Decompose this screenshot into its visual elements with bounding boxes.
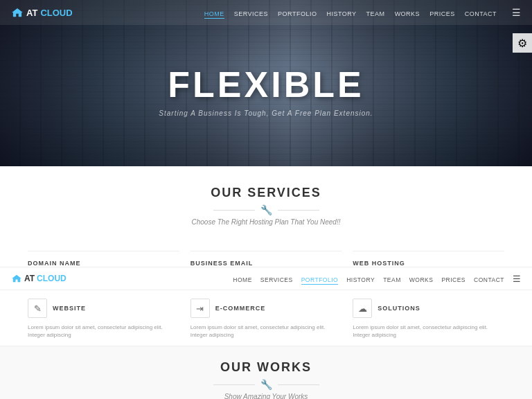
nav-links: HOME SERVICES PORTFOLIO HISTORY TEAM WOR… bbox=[204, 6, 521, 19]
service-domain: DOMAIN NAME bbox=[28, 251, 179, 267]
nav-history[interactable]: HISTORY bbox=[326, 6, 356, 19]
hamburger-icon[interactable]: ☰ bbox=[512, 7, 521, 18]
services-section: OUR SERVICES 🔧 Choose The Right Hosting … bbox=[0, 166, 532, 240]
service-divider-3 bbox=[353, 251, 504, 251]
services-title: OUR SERVICES bbox=[28, 186, 504, 200]
nav-works-link[interactable]: WORKS bbox=[395, 10, 420, 17]
main-content: OUR SERVICES 🔧 Choose The Right Hosting … bbox=[0, 166, 532, 399]
service-website-name: WEBSITE bbox=[53, 305, 86, 312]
service-hosting-name: WEB HOSTING bbox=[353, 260, 504, 267]
service-solutions-desc: Lorem ipsum dolor sit amet, consectetur … bbox=[353, 323, 504, 339]
service-website: ✎ WEBSITE Lorem ipsum dolor sit amet, co… bbox=[28, 299, 179, 339]
sticky-navbar: AT CLOUD HOME SERVICES PORTFOLIO HISTORY… bbox=[0, 267, 532, 290]
hero-navbar: AT CLOUD HOME SERVICES PORTFOLIO HISTORY… bbox=[0, 0, 532, 25]
nav-prices[interactable]: PRICES bbox=[429, 6, 455, 19]
service-solutions-icon-row: ☁ SOLUTIONS bbox=[353, 299, 504, 318]
service-solutions-icon: ☁ bbox=[353, 299, 372, 318]
services-divider: 🔧 bbox=[28, 204, 504, 215]
service-email: BUSINESS EMAIL bbox=[190, 251, 342, 267]
sticky-nav-contact[interactable]: CONTACT bbox=[474, 272, 504, 285]
svg-rect-0 bbox=[15, 10, 19, 12]
sticky-logo-at: AT bbox=[24, 274, 35, 283]
service-divider-1 bbox=[28, 251, 179, 251]
works-wrench-icon: 🔧 bbox=[260, 379, 272, 390]
nav-prices-link[interactable]: PRICES bbox=[429, 10, 455, 17]
divider-left bbox=[213, 210, 255, 211]
service-ecommerce-name: E-COMMERCE bbox=[215, 305, 266, 312]
sticky-works-link[interactable]: WORKS bbox=[409, 276, 434, 283]
services-grid-top: DOMAIN NAME BUSINESS EMAIL WEB HOSTING bbox=[0, 240, 532, 267]
divider-right bbox=[278, 210, 319, 211]
sticky-nav-services[interactable]: SERVICES bbox=[260, 272, 293, 285]
works-subtitle: Show Amazing Your Works bbox=[28, 393, 504, 399]
sticky-nav-prices[interactable]: PRICES bbox=[441, 272, 466, 285]
nav-team-link[interactable]: TEAM bbox=[366, 10, 385, 17]
service-ecommerce: ⇥ E-COMMERCE Lorem ipsum dolor sit amet,… bbox=[190, 299, 342, 339]
works-divider-left bbox=[213, 384, 255, 385]
nav-contact-link[interactable]: CONTACT bbox=[465, 10, 497, 17]
sticky-logo-icon bbox=[11, 274, 22, 283]
sticky-logo[interactable]: AT CLOUD bbox=[11, 274, 66, 283]
service-hosting: WEB HOSTING bbox=[353, 251, 504, 267]
sticky-contact-link[interactable]: CONTACT bbox=[474, 276, 504, 283]
sticky-nav-works[interactable]: WORKS bbox=[409, 272, 434, 285]
nav-portfolio-link[interactable]: PORTFOLIO bbox=[278, 10, 317, 17]
nav-works[interactable]: WORKS bbox=[395, 6, 420, 19]
logo-cloud-text: CLOUD bbox=[40, 8, 72, 18]
sticky-logo-cloud: CLOUD bbox=[37, 274, 66, 283]
works-title: OUR WORKS bbox=[28, 360, 504, 375]
hero-title: FLEXIBLE bbox=[168, 64, 364, 105]
nav-services[interactable]: SERVICES bbox=[234, 6, 268, 19]
sticky-services-link[interactable]: SERVICES bbox=[260, 276, 293, 283]
sticky-nav-team[interactable]: TEAM bbox=[383, 272, 401, 285]
sticky-nav-portfolio[interactable]: PORTFOLIO bbox=[301, 272, 338, 285]
works-divider: 🔧 bbox=[28, 379, 504, 390]
sticky-home-link[interactable]: HOME bbox=[233, 276, 252, 283]
service-ecommerce-icon: ⇥ bbox=[190, 299, 210, 318]
sticky-hamburger-icon[interactable]: ☰ bbox=[513, 274, 521, 284]
services-wrench-icon: 🔧 bbox=[260, 204, 272, 215]
sticky-portfolio-link[interactable]: PORTFOLIO bbox=[301, 276, 338, 285]
service-ecommerce-desc: Lorem ipsum dolor sit amet, consectetur … bbox=[190, 323, 342, 339]
sticky-nav-home[interactable]: HOME bbox=[233, 272, 252, 285]
works-section: OUR WORKS 🔧 Show Amazing Your Works bbox=[0, 346, 532, 399]
service-email-name: BUSINESS EMAIL bbox=[190, 260, 342, 267]
hero-section: AT CLOUD HOME SERVICES PORTFOLIO HISTORY… bbox=[0, 0, 532, 166]
service-solutions: ☁ SOLUTIONS Lorem ipsum dolor sit amet, … bbox=[353, 299, 504, 339]
hero-subtitle: Starting A Business Is Tough, Get A Free… bbox=[159, 109, 373, 117]
sticky-team-link[interactable]: TEAM bbox=[383, 276, 401, 283]
service-ecommerce-icon-row: ⇥ E-COMMERCE bbox=[190, 299, 342, 318]
service-website-icon: ✎ bbox=[28, 299, 47, 318]
nav-home[interactable]: HOME bbox=[204, 6, 224, 19]
logo-at-text: AT bbox=[26, 8, 37, 18]
service-domain-name: DOMAIN NAME bbox=[28, 260, 179, 267]
nav-portfolio[interactable]: PORTFOLIO bbox=[278, 6, 317, 19]
services-subtitle: Choose The Right Hosting Plan That You N… bbox=[28, 218, 504, 226]
sticky-nav-links: HOME SERVICES PORTFOLIO HISTORY TEAM WOR… bbox=[233, 272, 521, 285]
nav-contact[interactable]: CONTACT bbox=[465, 6, 497, 19]
sticky-prices-link[interactable]: PRICES bbox=[441, 276, 466, 283]
settings-button[interactable]: ⚙ bbox=[513, 33, 532, 53]
nav-services-link[interactable]: SERVICES bbox=[234, 10, 268, 17]
nav-team[interactable]: TEAM bbox=[366, 6, 385, 19]
settings-icon: ⚙ bbox=[517, 37, 527, 50]
services-grid-bottom: ✎ WEBSITE Lorem ipsum dolor sit amet, co… bbox=[0, 290, 532, 346]
service-website-icon-row: ✎ WEBSITE bbox=[28, 299, 179, 318]
service-solutions-name: SOLUTIONS bbox=[378, 305, 420, 312]
sticky-history-link[interactable]: HISTORY bbox=[346, 276, 375, 283]
service-divider-2 bbox=[190, 251, 342, 251]
logo[interactable]: AT CLOUD bbox=[11, 8, 73, 18]
sticky-nav-history[interactable]: HISTORY bbox=[346, 272, 375, 285]
service-website-desc: Lorem ipsum dolor sit amet, consectetur … bbox=[28, 323, 179, 339]
works-divider-right bbox=[278, 384, 319, 385]
nav-home-link[interactable]: HOME bbox=[204, 10, 224, 19]
logo-house-icon bbox=[11, 8, 24, 17]
hero-content: FLEXIBLE Starting A Business Is Tough, G… bbox=[0, 0, 532, 166]
nav-history-link[interactable]: HISTORY bbox=[326, 10, 356, 17]
